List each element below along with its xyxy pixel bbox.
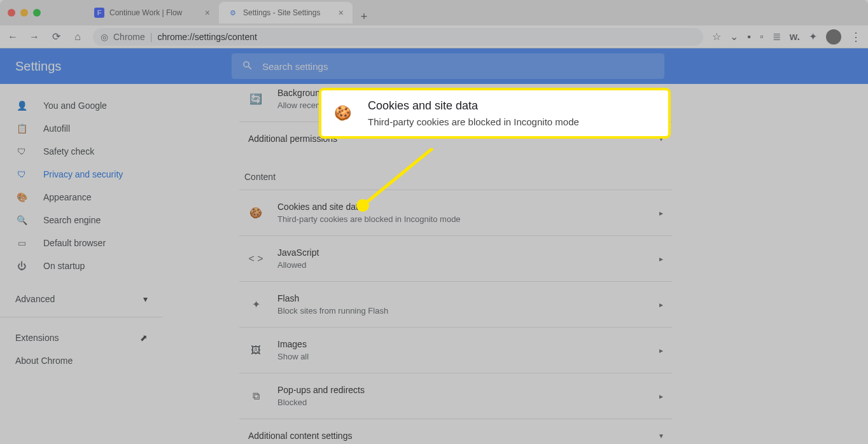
row-title: Pop-ups and redirects bbox=[277, 385, 645, 395]
sidebar-item-default-browser[interactable]: ▭Default browser bbox=[0, 232, 163, 254]
row-title: Additional content settings bbox=[248, 431, 645, 441]
puzzle-icon: ✦ bbox=[248, 298, 263, 310]
content-section-title: Content bbox=[244, 172, 672, 182]
chevron-down-icon: ▾ bbox=[659, 134, 663, 143]
browser-toolbar: ← → ⟳ ⌂ ◎ Chrome | chrome://settings/con… bbox=[0, 25, 868, 48]
new-tab-button[interactable]: + bbox=[355, 10, 373, 24]
about-label: About Chrome bbox=[15, 356, 73, 366]
chevron-right-icon: ▸ bbox=[659, 254, 663, 263]
close-icon[interactable]: × bbox=[339, 8, 344, 18]
palette-icon: 🎨 bbox=[15, 192, 28, 202]
chevron-right-icon: ▸ bbox=[659, 346, 663, 355]
omnibox-scheme: Chrome bbox=[113, 32, 145, 42]
external-link-icon: ⬈ bbox=[140, 333, 148, 343]
row-javascript[interactable]: < > JavaScript Allowed ▸ bbox=[239, 235, 672, 281]
sidebar-item-label: Privacy and security bbox=[43, 169, 123, 179]
extension-icon[interactable]: ≣ bbox=[773, 31, 781, 43]
tab-label: Settings - Site Settings bbox=[243, 8, 320, 17]
sidebar-extensions[interactable]: Extensions ⬈ bbox=[0, 326, 163, 349]
extension-icon[interactable]: w. bbox=[790, 31, 800, 43]
sidebar-item-you-and-google[interactable]: 👤You and Google bbox=[0, 94, 163, 117]
sidebar-item-label: Autofill bbox=[43, 123, 70, 134]
settings-search[interactable]: Search settings bbox=[232, 53, 664, 79]
row-subtitle: Blocked bbox=[277, 398, 645, 407]
window-minimize-dot[interactable] bbox=[20, 9, 28, 17]
sidebar-item-on-startup[interactable]: ⏻On startup bbox=[0, 254, 163, 277]
sync-icon: 🔄 bbox=[248, 93, 263, 105]
browser-icon: ▭ bbox=[15, 238, 28, 248]
browser-tabstrip: F Continue Work | Flow × ⚙ Settings - Si… bbox=[85, 2, 373, 24]
close-icon[interactable]: × bbox=[205, 8, 210, 18]
bookmark-star-icon[interactable]: ☆ bbox=[712, 31, 721, 43]
home-button[interactable]: ⌂ bbox=[71, 31, 84, 43]
omnibox-url: chrome://settings/content bbox=[157, 32, 256, 42]
row-background-sync[interactable]: 🔄 Background sync Allow recently bbox=[239, 84, 672, 121]
sidebar-item-privacy-security[interactable]: 🛡Privacy and security bbox=[0, 163, 163, 186]
settings-sidebar: 👤You and Google 📋Autofill 🛡Safety check … bbox=[0, 84, 163, 444]
sidebar-item-label: Safety check bbox=[43, 146, 94, 156]
browser-tab-settings[interactable]: ⚙ Settings - Site Settings × bbox=[219, 2, 353, 24]
row-title: Cookies and site data bbox=[277, 202, 645, 212]
extensions-puzzle-icon[interactable]: ✦ bbox=[809, 31, 817, 43]
search-icon bbox=[242, 60, 253, 73]
sidebar-item-label: Default browser bbox=[43, 238, 106, 248]
row-subtitle: Allowed bbox=[277, 260, 645, 270]
row-subtitle: Third-party cookies are blocked in Incog… bbox=[277, 214, 645, 224]
sidebar-item-label: On startup bbox=[43, 261, 85, 271]
row-title: Flash bbox=[277, 293, 645, 303]
chevron-right-icon: ▸ bbox=[659, 209, 663, 218]
row-subtitle: Show all bbox=[277, 352, 645, 361]
forward-button[interactable]: → bbox=[28, 31, 41, 43]
macos-titlebar: F Continue Work | Flow × ⚙ Settings - Si… bbox=[0, 0, 868, 25]
row-additional-content[interactable]: Additional content settings ▾ bbox=[239, 419, 672, 444]
sidebar-item-autofill[interactable]: 📋Autofill bbox=[0, 117, 163, 140]
extensions-label: Extensions bbox=[15, 333, 59, 343]
window-close-dot[interactable] bbox=[8, 9, 15, 17]
omnibox-sep: | bbox=[150, 32, 153, 42]
row-title: Images bbox=[277, 339, 645, 349]
row-cookies[interactable]: 🍪 Cookies and site data Third-party cook… bbox=[239, 190, 672, 235]
cookie-icon: 🍪 bbox=[248, 207, 263, 219]
sidebar-about-chrome[interactable]: About Chrome bbox=[0, 349, 163, 372]
omnibox[interactable]: ◎ Chrome | chrome://settings/content bbox=[93, 28, 703, 46]
shield-check-icon: 🛡 bbox=[15, 146, 28, 156]
row-images[interactable]: 🖼 Images Show all ▸ bbox=[239, 327, 672, 373]
sidebar-item-search-engine[interactable]: 🔍Search engine bbox=[0, 209, 163, 232]
sidebar-item-appearance[interactable]: 🎨Appearance bbox=[0, 186, 163, 209]
settings-header: Settings Search settings bbox=[0, 48, 868, 84]
person-icon: 👤 bbox=[15, 101, 28, 111]
row-title: Background sync bbox=[277, 88, 663, 98]
extensions-area: ⌄ ▪ ▫ ≣ w. ✦ ⋮ bbox=[730, 29, 862, 45]
power-icon: ⏻ bbox=[15, 261, 28, 271]
clipboard-icon: 📋 bbox=[15, 123, 28, 134]
browser-tab-flow[interactable]: F Continue Work | Flow × bbox=[85, 2, 219, 24]
window-traffic-lights bbox=[8, 9, 41, 17]
chevron-right-icon: ▸ bbox=[659, 300, 663, 309]
row-title: Additional permissions bbox=[248, 134, 645, 144]
settings-content: 🔄 Background sync Allow recently Additio… bbox=[163, 84, 868, 444]
row-popups[interactable]: ⧉ Pop-ups and redirects Blocked ▸ bbox=[239, 373, 672, 419]
chevron-right-icon: ▸ bbox=[659, 392, 663, 401]
chevron-down-icon: ▾ bbox=[143, 294, 148, 304]
advanced-label: Advanced bbox=[15, 294, 55, 304]
row-title: JavaScript bbox=[277, 247, 645, 258]
shield-icon: 🛡 bbox=[15, 169, 28, 179]
extension-icon[interactable]: ▪ bbox=[747, 31, 751, 43]
back-button[interactable]: ← bbox=[6, 31, 19, 43]
profile-avatar[interactable] bbox=[826, 29, 841, 45]
sidebar-item-label: Appearance bbox=[43, 192, 92, 202]
row-additional-permissions[interactable]: Additional permissions ▾ bbox=[239, 121, 672, 155]
sidebar-item-label: Search engine bbox=[43, 215, 101, 225]
sidebar-item-safety-check[interactable]: 🛡Safety check bbox=[0, 140, 163, 163]
row-flash[interactable]: ✦ Flash Block sites from running Flash ▸ bbox=[239, 281, 672, 327]
sidebar-item-label: You and Google bbox=[43, 101, 107, 111]
reload-button[interactable]: ⟳ bbox=[50, 31, 62, 43]
chrome-origin-icon: ◎ bbox=[101, 32, 108, 42]
window-fullscreen-dot[interactable] bbox=[33, 9, 41, 17]
kebab-menu-icon[interactable]: ⋮ bbox=[850, 30, 862, 44]
favicon-flow-icon: F bbox=[94, 8, 104, 18]
pocket-icon[interactable]: ⌄ bbox=[730, 31, 738, 43]
sidebar-advanced-toggle[interactable]: Advanced ▾ bbox=[0, 288, 163, 310]
favicon-settings-icon: ⚙ bbox=[228, 8, 238, 18]
extension-icon[interactable]: ▫ bbox=[760, 31, 764, 43]
